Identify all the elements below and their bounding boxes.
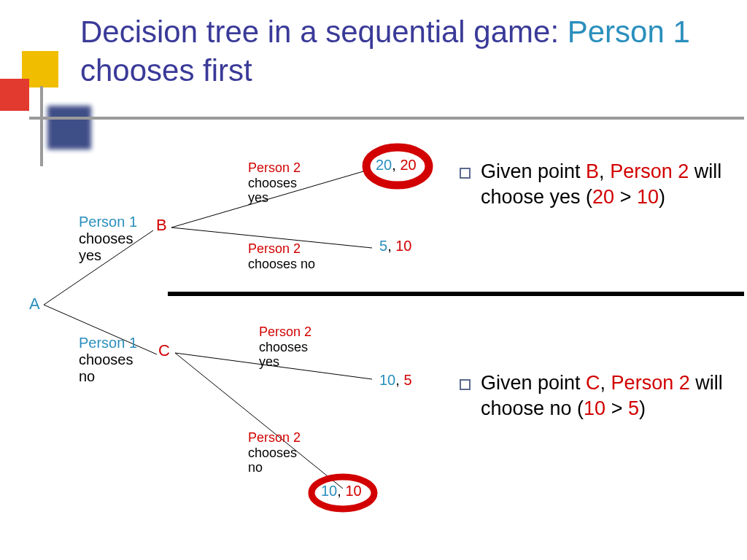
node-c: C <box>158 341 170 360</box>
svg-rect-3 <box>29 117 744 120</box>
label-b-yes: Person 2 chooses yes <box>248 160 301 206</box>
slide: Decision tree in a sequential game: Pers… <box>0 0 747 560</box>
title-accent: Person 1 <box>568 15 690 49</box>
slide-title: Decision tree in a sequential game: Pers… <box>80 13 693 90</box>
bullet-1-text: Given point B, Person 2 will choose yes … <box>481 159 729 210</box>
bullet-icon <box>460 379 471 390</box>
label-c-no: Person 2 chooses no <box>248 430 301 475</box>
svg-rect-2 <box>47 106 91 149</box>
label-b-no: Person 2 chooses no <box>248 241 315 271</box>
label-p1-yes: Person 1 chooses yes <box>79 214 137 264</box>
title-pre: Decision tree in a sequential game: <box>80 15 568 49</box>
payoff-c-no: 10, 10 <box>321 483 362 499</box>
node-a: A <box>29 295 40 314</box>
svg-rect-1 <box>0 79 29 111</box>
svg-rect-11 <box>168 292 744 296</box>
svg-rect-4 <box>40 86 43 166</box>
label-p1-no: Person 1 chooses no <box>79 335 137 385</box>
bullet-1: Given point B, Person 2 will choose yes … <box>460 159 729 210</box>
node-b: B <box>156 216 167 235</box>
title-post: chooses first <box>80 53 252 88</box>
payoff-b-yes: 20, 20 <box>376 157 417 174</box>
label-c-yes: Person 2 chooses yes <box>259 324 311 370</box>
bullet-2: Given point C, Person 2 will choose no (… <box>460 370 729 421</box>
bullet-icon <box>460 168 471 179</box>
payoff-b-no: 5, 10 <box>379 238 412 254</box>
bullet-2-text: Given point C, Person 2 will choose no (… <box>481 370 729 421</box>
payoff-c-yes: 10, 5 <box>379 372 412 389</box>
